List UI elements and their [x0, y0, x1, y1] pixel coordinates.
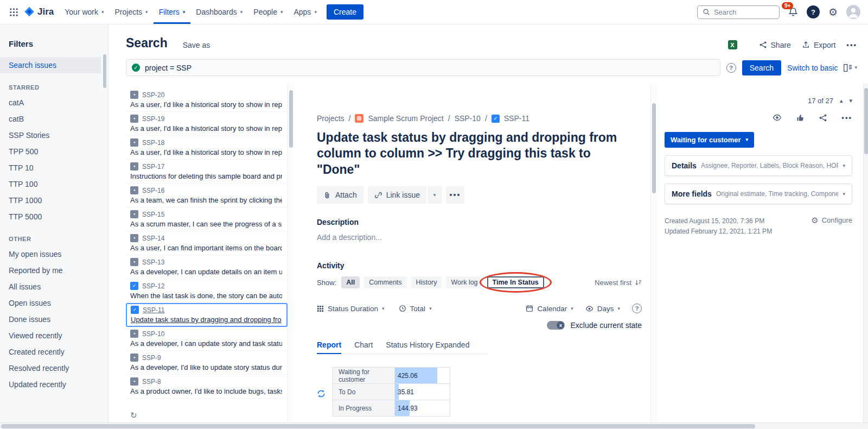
sidebar-item[interactable]: SSP Stories [0, 127, 108, 143]
topnav-item[interactable]: People ▾ [248, 0, 288, 24]
sidebar-item[interactable]: Open issues [0, 295, 108, 311]
issue-list-scrollbar-thumb[interactable] [289, 90, 293, 148]
global-search-input[interactable] [714, 8, 768, 16]
attach-button[interactable]: Attach [317, 186, 363, 204]
issue-list-item[interactable]: SSP-10 As a developer, I can update stor… [126, 327, 288, 351]
sidebar-item[interactable]: catA [0, 94, 108, 111]
next-issue-icon[interactable]: ▾ [849, 98, 852, 104]
sidebar-item[interactable]: Resolved recently [0, 360, 108, 376]
total-dropdown[interactable]: Total ▾ [399, 305, 432, 313]
notifications-button[interactable]: 9+ [788, 7, 798, 17]
issue-list-item[interactable]: SSP-16 As a team, we can finish the spri… [126, 184, 288, 207]
sidebar-item[interactable]: Created recently [0, 344, 108, 360]
topnav-item[interactable]: Filters ▾ [154, 0, 191, 24]
configure-button[interactable]: ⚙ Configure [811, 216, 852, 237]
layout-switcher-icon[interactable]: ▾ [844, 64, 857, 72]
sidebar-item[interactable]: My open issues [0, 246, 108, 262]
jql-query-input[interactable] [145, 64, 714, 72]
jql-query-field[interactable]: ✓ [126, 59, 720, 76]
help-icon[interactable]: ? [807, 5, 820, 18]
activity-filter[interactable]: History [411, 276, 442, 288]
horizontal-scrollbar-thumb[interactable] [1, 424, 755, 428]
status-duration-dropdown[interactable]: Status Duration ▾ [317, 305, 385, 313]
issue-more-icon[interactable]: ••• [446, 186, 464, 204]
issue-list-item[interactable]: SSP-20 As a user, I'd like a historical … [126, 88, 288, 112]
issue-list-item[interactable]: SSP-13 As a developer, I can update deta… [126, 255, 288, 279]
sidebar-item-search-issues[interactable]: Search issues [0, 57, 101, 73]
breadcrumb-projects[interactable]: Projects [317, 114, 344, 123]
sidebar-item[interactable]: TPP 500 [0, 143, 108, 160]
link-issue-dropdown[interactable]: ▾ [427, 186, 442, 204]
sidebar-item[interactable]: Reported by me [0, 262, 108, 279]
switch-to-basic-link[interactable]: Switch to basic [787, 64, 838, 72]
report-tab[interactable]: Chart [354, 340, 373, 354]
calendar-dropdown[interactable]: Calendar ▾ [526, 305, 573, 313]
status-dropdown-button[interactable]: Waiting for customer ▾ [665, 132, 754, 148]
activity-filter[interactable]: All [341, 276, 360, 288]
sidebar-scrollbar[interactable] [103, 54, 106, 88]
sidebar-item[interactable]: TTP 1000 [0, 192, 108, 209]
description-placeholder[interactable]: Add a description... [317, 233, 642, 242]
days-unit-dropdown[interactable]: Days ▾ [585, 305, 620, 313]
more-fields-section-toggle[interactable]: More fields Original estimate, Time trac… [665, 184, 852, 204]
breadcrumb-current-issue[interactable]: SSP-11 [504, 114, 529, 123]
issue-list-item[interactable]: SSP-12 When the last task is done, the s… [126, 279, 288, 303]
issue-list-item[interactable]: SSP-15 As a scrum master, I can see the … [126, 207, 288, 231]
sidebar-item[interactable]: Viewed recently [0, 327, 108, 344]
export-excel-icon[interactable]: X [728, 40, 737, 49]
topnav-item[interactable]: Projects ▾ [110, 0, 154, 24]
breadcrumb-parent-issue[interactable]: SSP-10 [455, 114, 481, 123]
app-switcher-icon[interactable] [5, 3, 22, 21]
export-button[interactable]: Export [802, 41, 835, 49]
activity-filter[interactable]: Work log [446, 276, 482, 288]
sidebar-item[interactable]: TTP 100 [0, 176, 108, 192]
issue-summary: When the last task is done, the story ca… [130, 292, 282, 300]
sort-order-button[interactable]: Newest first [595, 279, 642, 287]
issue-list-item[interactable]: SSP-19 As a user, I'd like a historical … [126, 112, 288, 136]
detail-scrollbar-thumb[interactable] [652, 103, 656, 193]
create-button[interactable]: Create [327, 4, 363, 20]
user-avatar[interactable] [846, 5, 860, 19]
global-search[interactable] [697, 5, 780, 19]
issue-list-item[interactable]: SSP-8 As a product owner, I'd like to in… [126, 375, 288, 399]
share-button[interactable]: Share [759, 41, 791, 49]
issue-list-item[interactable]: SSP-18 As a user, I'd like a historical … [126, 136, 288, 160]
topnav-item[interactable]: Apps ▾ [288, 0, 322, 24]
refresh-report-icon[interactable] [317, 370, 326, 417]
activity-filter[interactable]: Time In Status [487, 276, 544, 288]
page-scrollbar-thumb[interactable] [864, 88, 868, 154]
topnav-item[interactable]: Your work ▾ [59, 0, 109, 24]
sidebar-item[interactable]: TTP 5000 [0, 209, 108, 225]
link-issue-button[interactable]: Link issue [368, 186, 426, 204]
panel-more-icon[interactable]: ••• [841, 113, 852, 122]
topnav-item[interactable]: Dashboards ▾ [190, 0, 248, 24]
query-help-icon[interactable]: ? [726, 63, 736, 73]
save-as-button[interactable]: Save as [183, 41, 210, 49]
sidebar-item[interactable]: TTP 10 [0, 160, 108, 176]
sidebar-item[interactable]: Updated recently [0, 376, 108, 393]
like-icon[interactable] [796, 113, 805, 122]
refresh-list-icon[interactable]: ↻ [130, 411, 137, 420]
search-button[interactable]: Search [742, 60, 781, 75]
header-more-icon[interactable]: ••• [846, 41, 857, 49]
issue-list-item[interactable]: SSP-14 As a user, I can find important i… [126, 231, 288, 255]
issue-list-item[interactable]: SSP-11 Update task status by dragging an… [126, 303, 288, 327]
share-icon[interactable] [819, 113, 827, 122]
watch-icon[interactable] [773, 113, 782, 122]
report-tab[interactable]: Report [317, 340, 341, 354]
report-tab[interactable]: Status History Expanded [386, 340, 469, 354]
details-section-toggle[interactable]: Details Assignee, Reporter, Labels, Bloc… [665, 155, 852, 176]
jira-logo[interactable]: Jira [22, 7, 59, 17]
issue-list-item[interactable]: SSP-17 Instructions for deleting this sa… [126, 160, 288, 184]
activity-filter[interactable]: Comments [364, 276, 406, 288]
settings-gear-icon[interactable]: ⚙ [828, 7, 838, 17]
breadcrumb-project[interactable]: Sample Scrum Project [368, 114, 443, 123]
previous-issue-icon[interactable]: ▴ [840, 98, 843, 104]
sidebar-item[interactable]: Done issues [0, 311, 108, 327]
sidebar-item[interactable]: catB [0, 111, 108, 127]
sidebar-item[interactable]: All issues [0, 279, 108, 295]
share-icon [759, 41, 767, 49]
time-in-status-help-icon[interactable]: ? [632, 304, 642, 313]
issue-list-item[interactable]: SSP-9 As a developer, I'd like to update… [126, 351, 288, 375]
exclude-current-state-toggle[interactable]: x [547, 321, 565, 330]
